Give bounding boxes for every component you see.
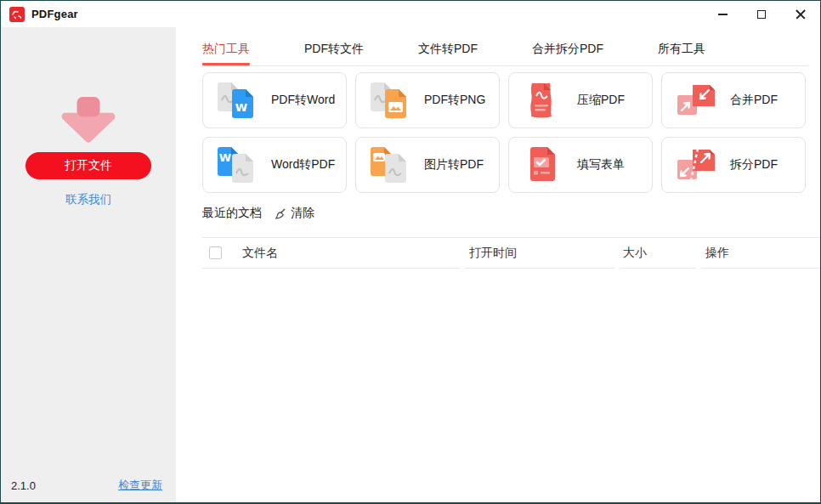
maximize-icon bbox=[757, 10, 766, 19]
tool-card-image-to-pdf[interactable]: 图片转PDF bbox=[355, 137, 500, 193]
main-panel: 热门工具 PDF转文件 文件转PDF 合并拆分PDF 所有工具 W PDF转Wo… bbox=[176, 27, 820, 502]
tab-pdf-to-file[interactable]: PDF转文件 bbox=[304, 42, 364, 65]
tool-label: 填写表单 bbox=[577, 157, 625, 173]
app-title: PDFgear bbox=[31, 8, 78, 20]
column-label: 打开时间 bbox=[469, 246, 517, 261]
contact-us-link[interactable]: 联系我们 bbox=[65, 192, 111, 207]
tool-label: PDF转PNG bbox=[424, 93, 485, 108]
tab-merge-split-pdf[interactable]: 合并拆分PDF bbox=[532, 42, 603, 65]
tool-label: PDF转Word bbox=[271, 93, 335, 108]
clear-recent-label: 清除 bbox=[291, 206, 314, 221]
window-controls bbox=[703, 1, 820, 27]
close-button[interactable] bbox=[781, 1, 820, 27]
column-label: 文件名 bbox=[242, 246, 278, 261]
tool-label: 合并PDF bbox=[730, 93, 778, 108]
download-arrow-icon bbox=[57, 95, 120, 144]
minimize-icon bbox=[718, 14, 728, 15]
column-open-time: 打开时间 bbox=[465, 238, 615, 269]
check-update-link[interactable]: 检查更新 bbox=[118, 478, 162, 493]
column-size: 大小 bbox=[620, 238, 696, 269]
svg-text:W: W bbox=[219, 151, 231, 164]
tool-card-fill-form[interactable]: 填写表单 bbox=[508, 137, 653, 193]
recent-documents-bar: 最近的文档 清除 bbox=[202, 206, 820, 221]
tool-label: 拆分PDF bbox=[730, 157, 778, 173]
tab-file-to-pdf[interactable]: 文件转PDF bbox=[418, 42, 478, 65]
fill-form-icon bbox=[522, 146, 563, 184]
broom-icon bbox=[274, 207, 286, 220]
pdf-to-png-icon bbox=[369, 82, 410, 119]
select-all-checkbox[interactable] bbox=[209, 246, 222, 259]
minimize-button[interactable] bbox=[703, 1, 742, 27]
column-label: 操作 bbox=[705, 246, 729, 261]
tool-card-compress-pdf[interactable]: 压缩PDF bbox=[508, 72, 653, 128]
maximize-button[interactable] bbox=[742, 1, 781, 27]
pdfgear-logo-icon bbox=[9, 7, 25, 22]
pdf-to-word-icon: W bbox=[216, 82, 257, 119]
pdfgear-window: PDFgear 打开文件 联系我们 2.1.0 检查更新 热门工具 bbox=[0, 0, 821, 504]
image-to-pdf-icon bbox=[369, 146, 410, 184]
tool-card-merge-pdf[interactable]: 合并PDF bbox=[661, 72, 806, 128]
tool-grid: W PDF转Word PDF转PNG bbox=[202, 72, 806, 193]
tool-label: Word转PDF bbox=[271, 157, 335, 173]
tool-tabs: 热门工具 PDF转文件 文件转PDF 合并拆分PDF 所有工具 bbox=[176, 27, 820, 65]
version-label: 2.1.0 bbox=[11, 479, 36, 492]
column-label: 大小 bbox=[623, 246, 647, 261]
tabs-divider bbox=[202, 65, 808, 66]
clear-recent-button[interactable]: 清除 bbox=[274, 206, 314, 221]
titlebar: PDFgear bbox=[1, 1, 820, 27]
word-to-pdf-icon: W bbox=[216, 146, 257, 184]
compress-pdf-icon bbox=[522, 82, 563, 119]
tool-card-pdf-to-word[interactable]: W PDF转Word bbox=[202, 72, 347, 128]
tool-card-split-pdf[interactable]: 拆分PDF bbox=[661, 137, 806, 193]
svg-text:W: W bbox=[235, 101, 247, 114]
tool-card-word-to-pdf[interactable]: W Word转PDF bbox=[202, 137, 347, 193]
column-filename: 文件名 bbox=[202, 238, 460, 269]
tool-card-pdf-to-png[interactable]: PDF转PNG bbox=[355, 72, 500, 128]
sidebar-footer: 2.1.0 检查更新 bbox=[11, 478, 162, 493]
close-icon bbox=[796, 9, 806, 20]
sidebar: 打开文件 联系我们 2.1.0 检查更新 bbox=[1, 27, 176, 502]
split-pdf-icon bbox=[675, 146, 716, 184]
tool-label: 压缩PDF bbox=[577, 93, 625, 108]
tab-all-tools[interactable]: 所有工具 bbox=[658, 42, 705, 65]
merge-pdf-icon bbox=[675, 82, 716, 119]
recent-documents-title: 最近的文档 bbox=[202, 206, 262, 221]
column-operation: 操作 bbox=[701, 238, 820, 269]
recent-table-header: 文件名 打开时间 大小 操作 bbox=[202, 237, 820, 269]
open-file-button[interactable]: 打开文件 bbox=[25, 152, 151, 179]
tab-hot-tools[interactable]: 热门工具 bbox=[202, 42, 250, 65]
tool-label: 图片转PDF bbox=[424, 157, 484, 173]
recent-table-empty-area bbox=[176, 269, 820, 502]
